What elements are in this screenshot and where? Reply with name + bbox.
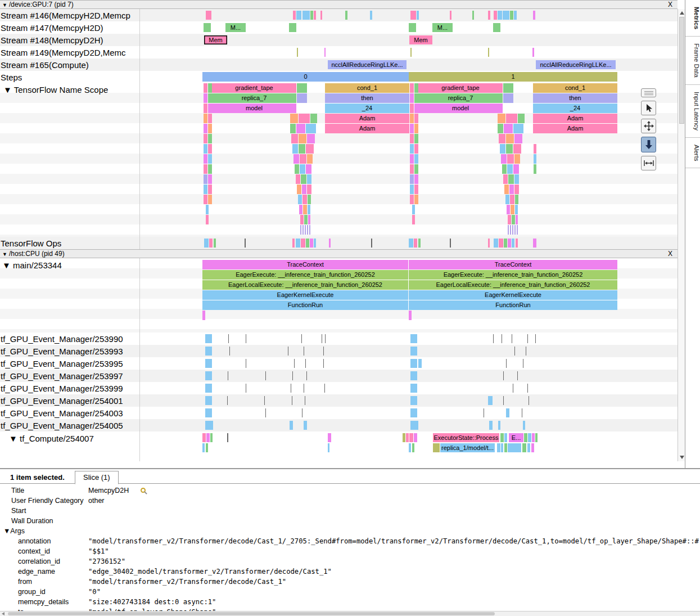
- trace-event[interactable]: [290, 124, 296, 133]
- trace-event[interactable]: [208, 104, 212, 113]
- trace-event[interactable]: M...: [225, 23, 246, 32]
- trace-event[interactable]: [513, 164, 519, 174]
- cpu-process-header[interactable]: ▼/host:CPU (pid 49) X: [0, 249, 678, 258]
- gpu-process-header[interactable]: ▼/device:GPU:7 (pid 7) X: [0, 0, 678, 9]
- zoom-tool-button[interactable]: [641, 137, 656, 152]
- trace-event[interactable]: [511, 205, 514, 214]
- trace-event[interactable]: [208, 83, 212, 93]
- trace-event[interactable]: E...: [509, 433, 523, 442]
- magnifier-icon[interactable]: [141, 488, 146, 493]
- trace-event[interactable]: [494, 11, 497, 20]
- trace-event[interactable]: [414, 114, 418, 123]
- trace-event[interactable]: [414, 433, 417, 442]
- trace-event[interactable]: [297, 83, 307, 93]
- trace-event[interactable]: [506, 359, 507, 368]
- trace-event[interactable]: [208, 93, 212, 103]
- args-section-header[interactable]: ▼Args: [0, 526, 700, 536]
- trace-event[interactable]: [488, 396, 493, 405]
- selection-tool-button[interactable]: [641, 101, 656, 115]
- trace-event[interactable]: [205, 384, 212, 393]
- trace-event[interactable]: [418, 359, 422, 368]
- trace-event[interactable]: Adam: [533, 114, 617, 123]
- trace-event[interactable]: [515, 205, 518, 214]
- trace-event[interactable]: [324, 48, 326, 57]
- trace-event[interactable]: [306, 371, 307, 380]
- trace-event[interactable]: [527, 443, 530, 452]
- trace-event[interactable]: [410, 347, 417, 356]
- trace-event[interactable]: [296, 239, 300, 248]
- timing-tool-button[interactable]: [641, 156, 656, 170]
- trace-event[interactable]: [409, 443, 411, 452]
- trace-event[interactable]: [204, 185, 207, 194]
- trace-event[interactable]: [498, 124, 503, 133]
- trace-event[interactable]: [292, 144, 298, 154]
- trace-event[interactable]: [523, 421, 525, 430]
- trace-event[interactable]: [294, 359, 295, 368]
- trace-event[interactable]: [305, 359, 306, 368]
- scroll-left-icon[interactable]: [2, 612, 4, 615]
- trace-event[interactable]: [417, 11, 419, 20]
- trace-event[interactable]: [497, 443, 500, 452]
- trace-event[interactable]: [205, 408, 212, 417]
- trace-event[interactable]: [410, 371, 417, 380]
- trace-event[interactable]: [508, 215, 511, 224]
- trace-event[interactable]: [410, 48, 412, 57]
- trace-event[interactable]: [304, 215, 308, 224]
- trace-event[interactable]: [409, 311, 412, 320]
- trace-event[interactable]: [291, 134, 298, 143]
- trace-event[interactable]: [510, 11, 513, 20]
- trace-event[interactable]: [472, 11, 474, 20]
- collapse-arrow-icon[interactable]: ▼: [2, 2, 7, 8]
- trace-event[interactable]: [403, 433, 405, 442]
- trace-event[interactable]: [506, 114, 517, 123]
- vertical-scrollbar-thumb[interactable]: [679, 17, 684, 124]
- trace-event[interactable]: [503, 371, 504, 380]
- trace-event[interactable]: [307, 185, 311, 194]
- trace-event[interactable]: [504, 433, 507, 442]
- trace-event[interactable]: [493, 334, 494, 343]
- trace-event[interactable]: [516, 215, 518, 224]
- trace-event[interactable]: [501, 443, 503, 452]
- trace-event[interactable]: [410, 114, 414, 123]
- side-tab-alerts[interactable]: Alerts: [685, 138, 700, 168]
- trace-event[interactable]: [299, 205, 302, 214]
- trace-event[interactable]: [414, 185, 418, 194]
- trace-event[interactable]: [504, 185, 509, 194]
- trace-event[interactable]: [204, 93, 207, 103]
- trace-event[interactable]: [507, 164, 513, 174]
- trace-event[interactable]: [308, 205, 310, 214]
- trace-event[interactable]: [210, 433, 213, 442]
- trace-event[interactable]: [532, 48, 534, 57]
- trace-event[interactable]: [304, 421, 307, 430]
- trace-event[interactable]: [498, 421, 500, 430]
- trace-event[interactable]: [410, 384, 417, 393]
- trace-event[interactable]: [533, 239, 536, 248]
- trace-event[interactable]: [328, 443, 329, 452]
- trace-event[interactable]: [513, 144, 521, 154]
- trace-event[interactable]: cond_1: [325, 83, 409, 93]
- trace-event[interactable]: [512, 334, 512, 343]
- trace-event[interactable]: [410, 11, 416, 20]
- track-label[interactable]: ▼ TensorFlow Name Scope: [3, 85, 108, 95]
- trace-event[interactable]: [410, 93, 414, 103]
- trace-event[interactable]: [306, 144, 314, 154]
- trace-event[interactable]: TraceContext: [202, 260, 408, 269]
- trace-event[interactable]: [208, 134, 212, 143]
- side-tab-metrics[interactable]: Metrics: [685, 0, 700, 37]
- trace-event[interactable]: [265, 408, 266, 417]
- trace-event[interactable]: [488, 239, 490, 248]
- trace-event[interactable]: [410, 359, 417, 368]
- trace-event[interactable]: [345, 11, 347, 20]
- trace-event[interactable]: Adam: [533, 124, 617, 133]
- trace-event[interactable]: [501, 154, 507, 164]
- trace-event[interactable]: [488, 11, 490, 20]
- trace-event[interactable]: [514, 134, 522, 143]
- trace-event[interactable]: [322, 334, 322, 343]
- gpu-close-button[interactable]: X: [668, 1, 672, 8]
- trace-event[interactable]: [301, 334, 302, 343]
- trace-event[interactable]: [299, 114, 310, 123]
- trace-event[interactable]: [323, 359, 324, 368]
- trace-event[interactable]: [514, 185, 519, 194]
- trace-event[interactable]: [324, 384, 325, 393]
- trace-event[interactable]: [508, 174, 514, 184]
